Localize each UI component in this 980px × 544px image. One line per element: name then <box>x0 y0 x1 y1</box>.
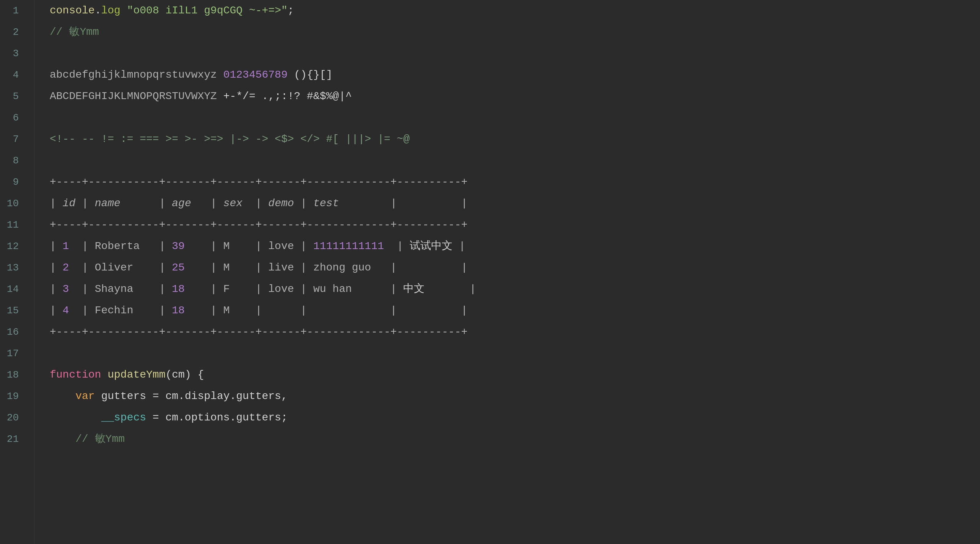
line-num-14: 14 <box>0 279 25 300</box>
line-num-6: 6 <box>0 107 25 129</box>
code-line-6 <box>50 107 980 129</box>
line-num-2: 2 <box>0 21 25 43</box>
token-function-keyword: function <box>50 364 101 386</box>
token-specs-var: __specs <box>101 407 146 428</box>
token-table-header: | id | name | age | sex | demo | test | … <box>50 193 467 214</box>
line-num-4: 4 <box>0 64 25 86</box>
code-content[interactable]: console.log "o008 iIlL1 g9qCGQ ~-+=>"; /… <box>34 0 980 544</box>
code-line-17 <box>50 343 980 364</box>
code-line-10: | id | name | age | sex | demo | test | … <box>50 193 980 214</box>
token-lowercase: abcdefghijklmnopqrstuvwxyz <box>50 64 217 86</box>
code-line-20: __specs = cm.options.gutters; <box>50 407 980 428</box>
code-line-9: +----+-----------+-------+------+------+… <box>50 171 980 193</box>
token-digits: 0123456789 <box>223 64 288 86</box>
token-console: console <box>50 0 95 21</box>
token-table-top: +----+-----------+-------+------+------+… <box>50 171 467 193</box>
code-line-15: | 4 | Fechin | 18 | M | | | | <box>50 300 980 321</box>
line-num-12: 12 <box>0 236 25 257</box>
editor: 1 2 3 4 5 6 7 8 9 10 11 12 13 14 15 16 1… <box>0 0 980 544</box>
line-num-5: 5 <box>0 86 25 107</box>
code-line-18: function updateYmm(cm) { <box>50 364 980 386</box>
code-line-21: // 敏Ymm <box>50 428 980 450</box>
token-log: log <box>101 0 120 21</box>
code-line-5: ABCDEFGHIJKLMNOPQRSTUVWXYZ +-*/= .,;:!? … <box>50 86 980 107</box>
line-num-7: 7 <box>0 129 25 150</box>
line-num-19: 19 <box>0 386 25 407</box>
token-comment-2: // 敏Ymm <box>50 21 99 43</box>
code-line-8 <box>50 150 980 171</box>
code-line-12: | 1 | Roberta | 39 | M | love | 11111111… <box>50 236 980 257</box>
line-num-15: 15 <box>0 300 25 321</box>
line-num-1: 1 <box>0 0 25 21</box>
line-num-3: 3 <box>0 43 25 64</box>
line-num-11: 11 <box>0 214 25 236</box>
code-line-1: console.log "o008 iIlL1 g9qCGQ ~-+=>"; <box>50 0 980 21</box>
token-ligatures: <!-- -- != := === >= >- >=> |-> -> <$> <… <box>50 129 410 150</box>
token-string-1: "o008 iIlL1 g9qCGQ ~-+=>" <box>127 0 288 21</box>
token-var-keyword: var <box>75 386 94 407</box>
line-num-9: 9 <box>0 171 25 193</box>
line-num-17: 17 <box>0 343 25 364</box>
token-function-name: updateYmm <box>107 364 165 386</box>
line-num-21: 21 <box>0 428 25 450</box>
line-num-20: 20 <box>0 407 25 428</box>
code-line-11: +----+-----------+-------+------+------+… <box>50 214 980 236</box>
code-line-13: | 2 | Oliver | 25 | M | live | zhong guo… <box>50 257 980 279</box>
code-line-7: <!-- -- != := === >= >- >=> |-> -> <$> <… <box>50 129 980 150</box>
code-line-2: // 敏Ymm <box>50 21 980 43</box>
token-uppercase: ABCDEFGHIJKLMNOPQRSTUVWXYZ <box>50 86 217 107</box>
line-num-16: 16 <box>0 321 25 343</box>
line-num-10: 10 <box>0 193 25 214</box>
code-line-16: +----+-----------+-------+------+------+… <box>50 321 980 343</box>
token-comment-21: // 敏Ymm <box>50 428 125 450</box>
code-line-14: | 3 | Shayna | 18 | F | love | wu han | … <box>50 279 980 300</box>
line-num-8: 8 <box>0 150 25 171</box>
code-line-19: var gutters = cm.display.gutters, <box>50 386 980 407</box>
line-num-13: 13 <box>0 257 25 279</box>
code-line-3 <box>50 43 980 64</box>
line-num-18: 18 <box>0 364 25 386</box>
line-number-gutter: 1 2 3 4 5 6 7 8 9 10 11 12 13 14 15 16 1… <box>0 0 34 544</box>
token-table-bottom: +----+-----------+-------+------+------+… <box>50 321 467 343</box>
code-line-4: abcdefghijklmnopqrstuvwxyz 0123456789 ()… <box>50 64 980 86</box>
token-table-divider: +----+-----------+-------+------+------+… <box>50 214 467 236</box>
